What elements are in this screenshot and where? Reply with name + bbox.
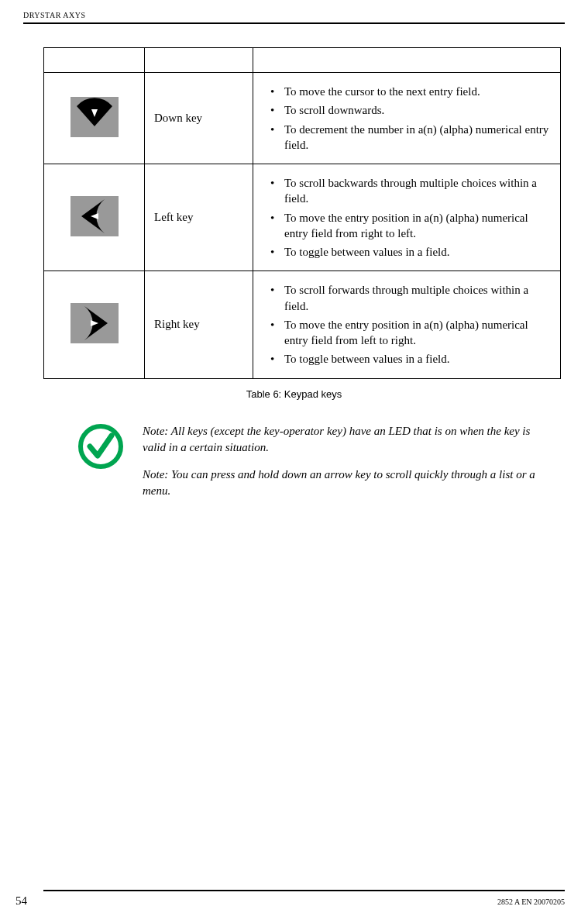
key-description-list: To scroll forwards through multiple choi… bbox=[256, 282, 554, 367]
list-item: To toggle between values in a field. bbox=[256, 351, 554, 367]
document-id: 2852 A EN 20070205 bbox=[497, 898, 565, 906]
list-item: To scroll forwards through multiple choi… bbox=[256, 282, 554, 314]
header-rule bbox=[23, 22, 565, 24]
table-header-row bbox=[44, 48, 561, 73]
svg-point-0 bbox=[81, 426, 121, 467]
note-text: Note: All keys (except the key-operator … bbox=[143, 423, 549, 456]
list-item: To decrement the number in a(n) (alpha) … bbox=[256, 122, 554, 153]
list-item: To toggle between values in a field. bbox=[256, 244, 554, 260]
table-row: Right key To scroll forwards through mul… bbox=[44, 271, 561, 378]
list-item: To move the entry position in a(n) (alph… bbox=[256, 317, 554, 349]
list-item: To move the entry position in a(n) (alph… bbox=[256, 210, 554, 242]
checkmark-icon bbox=[77, 423, 124, 473]
note-text: Note: You can press and hold down an arr… bbox=[143, 467, 549, 499]
down-arrow-key-icon bbox=[70, 97, 119, 137]
key-description-list: To scroll backwards through multiple cho… bbox=[256, 175, 554, 260]
page-footer: 54 2852 A EN 20070205 bbox=[0, 890, 588, 908]
table-row: Left key To scroll backwards through mul… bbox=[44, 164, 561, 271]
table-row: Down key To move the cursor to the next … bbox=[44, 73, 561, 164]
list-item: To scroll backwards through multiple cho… bbox=[256, 175, 554, 207]
list-item: To scroll downwards. bbox=[256, 102, 554, 118]
note-block: Note: All keys (except the key-operator … bbox=[77, 423, 549, 510]
table-caption: Table 6: Keypad keys bbox=[23, 388, 565, 400]
right-arrow-key-icon bbox=[70, 303, 119, 343]
key-description-list: To move the cursor to the next entry fie… bbox=[256, 84, 554, 153]
keypad-table: Down key To move the cursor to the next … bbox=[43, 47, 561, 379]
key-name: Down key bbox=[145, 73, 253, 164]
key-name: Left key bbox=[145, 164, 253, 271]
footer-rule bbox=[43, 890, 565, 891]
header-product-title: DRYSTAR AXYS bbox=[23, 11, 565, 19]
key-name: Right key bbox=[145, 271, 253, 378]
page-number: 54 bbox=[15, 894, 27, 908]
left-arrow-key-icon bbox=[70, 196, 119, 236]
list-item: To move the cursor to the next entry fie… bbox=[256, 84, 554, 99]
